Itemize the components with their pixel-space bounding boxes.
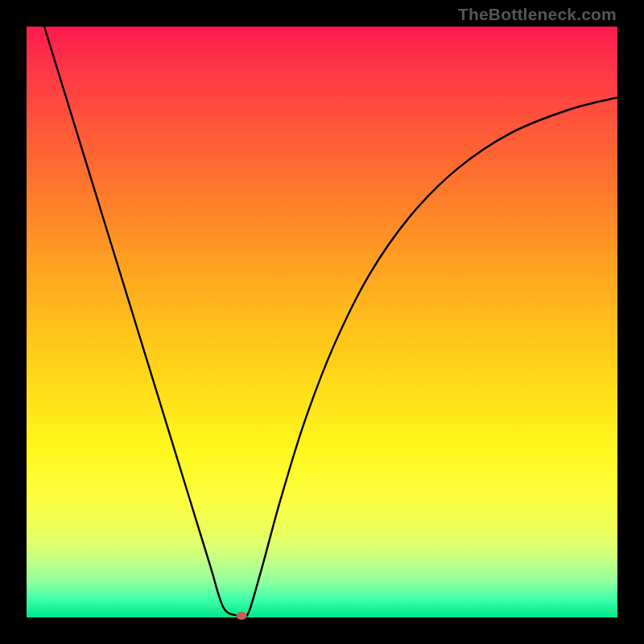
chart-frame: TheBottleneck.com <box>0 0 644 644</box>
curve-svg <box>27 27 617 617</box>
minimum-marker <box>237 612 247 620</box>
attribution-label: TheBottleneck.com <box>458 5 617 24</box>
curve-left-branch <box>44 27 237 616</box>
curve-right-branch <box>247 97 617 616</box>
plot-area <box>27 27 617 617</box>
